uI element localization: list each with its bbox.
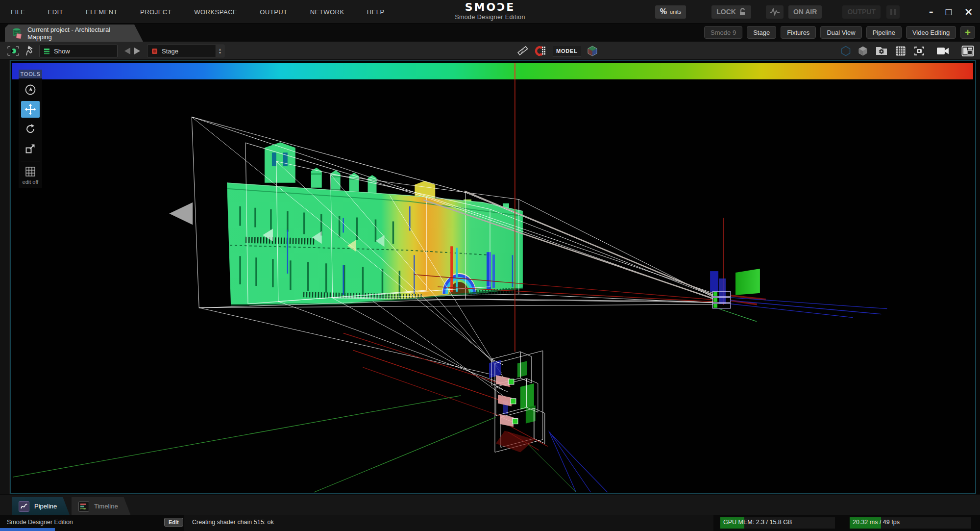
pipeline-icon — [19, 501, 29, 512]
maximize-button[interactable]: □ — [945, 8, 952, 16]
hexagon-display-icon[interactable] — [841, 46, 851, 56]
frame-time-text: 20.32 ms / 49 fps — [853, 519, 900, 526]
workspace-pipeline-button[interactable]: Pipeline — [866, 26, 902, 39]
rotate-icon — [24, 123, 36, 135]
timeline-tab-label: Timeline — [94, 503, 118, 510]
workspace-dualview-button[interactable]: Dual View — [820, 26, 861, 39]
stage-selector-value: Stage — [162, 48, 178, 55]
stage-icon — [151, 48, 158, 54]
stage-spinner[interactable]: ▲▼ — [216, 45, 224, 57]
workspace-buttons: Smode 9 Stage Fixtures Dual View Pipelin… — [704, 26, 975, 39]
grid-view-icon[interactable] — [895, 46, 906, 56]
workspace-stage-button[interactable]: Stage — [747, 26, 776, 39]
menu-element[interactable]: ELEMENT — [86, 8, 118, 16]
tool-move[interactable] — [21, 101, 40, 118]
camera-view-icon[interactable] — [913, 46, 925, 56]
building-pointcloud[interactable] — [227, 142, 523, 304]
spectrum-gradient-bar[interactable] — [12, 63, 973, 79]
grid-edit-icon — [25, 166, 36, 177]
menu-help[interactable]: HELP — [367, 8, 385, 16]
project-icon — [12, 27, 23, 39]
signal-monitor-button[interactable] — [766, 5, 784, 19]
app-logo: SMOƆE Smode Designer Edition — [412, 1, 568, 21]
projector-cluster-bottom[interactable] — [489, 351, 548, 452]
blue-throw-lines-right — [731, 298, 887, 318]
units-button[interactable]: % units — [655, 5, 686, 19]
minimize-button[interactable]: – — [929, 8, 933, 16]
snap-magnet-icon[interactable] — [534, 45, 547, 57]
video-camera-icon[interactable] — [936, 46, 949, 56]
layout-panels-icon[interactable] — [961, 45, 974, 57]
smode-app-window: FILE EDIT ELEMENT PROJECT WORKSPACE OUTP… — [0, 0, 980, 531]
camera-gizmo-arrow[interactable] — [169, 202, 193, 225]
history-navigation — [124, 48, 140, 54]
pause-button[interactable] — [886, 5, 900, 19]
ground-grid-lines — [13, 396, 576, 492]
edit-mode-badge[interactable]: Edit — [164, 518, 183, 527]
title-bar: FILE EDIT ELEMENT PROJECT WORKSPACE OUTP… — [0, 0, 980, 24]
on-air-button[interactable]: ON AIR — [788, 5, 822, 19]
frame-time-meter: 20.32 ms / 49 fps — [850, 517, 971, 529]
blue-throw-lines-bottom — [549, 431, 608, 492]
edit-off-label: edit off — [23, 179, 39, 186]
workspace-smode9-button[interactable]: Smode 9 — [704, 26, 742, 39]
measure-tool-icon[interactable] — [516, 45, 528, 57]
tool-navigate[interactable] — [21, 81, 40, 98]
add-workspace-button[interactable]: + — [960, 26, 975, 39]
stage-settings-icon[interactable] — [875, 45, 888, 57]
stage-3d-viewport[interactable]: TOOLS — [10, 60, 976, 494]
close-button[interactable]: × — [964, 6, 973, 17]
waveform-icon — [769, 8, 780, 16]
tab-timeline[interactable]: Timeline — [72, 497, 131, 515]
compass-icon — [24, 84, 36, 96]
menu-workspace[interactable]: WORKSPACE — [194, 8, 237, 16]
left-dock-strip — [0, 60, 10, 494]
projector-stack-right[interactable] — [710, 269, 760, 322]
menu-output[interactable]: OUTPUT — [260, 8, 287, 16]
tool-scale[interactable] — [21, 140, 40, 157]
output-label: OUTPUT — [847, 8, 876, 16]
pin-icon[interactable] — [24, 45, 34, 57]
back-arrow-button[interactable] — [124, 48, 130, 54]
model-cube-icon[interactable] — [587, 45, 598, 57]
project-tab-bar: Current project - Architectural Mapping … — [0, 24, 980, 42]
tab-pipeline[interactable]: Pipeline — [12, 497, 70, 515]
tool-grid-edit[interactable] — [21, 165, 40, 178]
lock-label: LOCK — [716, 8, 736, 16]
percent-icon: % — [660, 7, 667, 16]
window-controls: – □ × — [929, 6, 973, 17]
cube-display-icon[interactable] — [858, 46, 868, 56]
stage-selector[interactable]: Stage ▲▼ — [147, 45, 224, 57]
timeline-icon — [78, 501, 89, 512]
tool-rotate[interactable] — [21, 121, 40, 137]
bottom-panel-tabbar: Pipeline Timeline — [0, 494, 980, 515]
workspace-fixtures-button[interactable]: Fixtures — [781, 26, 816, 39]
lock-button[interactable]: LOCK — [711, 5, 751, 19]
padlock-open-icon — [739, 8, 746, 16]
workspace-videoediting-button[interactable]: Video Editing — [906, 26, 956, 39]
titlebar-controls: % units LOCK ON AIR OUTPUT — [655, 0, 973, 24]
tools-palette-header: TOOLS — [19, 70, 42, 78]
tools-divider — [21, 161, 40, 161]
statusbar-app-name: Smode Designer Edition — [7, 519, 73, 526]
menu-project[interactable]: PROJECT — [140, 8, 172, 16]
pipeline-tab-label: Pipeline — [34, 503, 57, 510]
menu-network[interactable]: NETWORK — [310, 8, 344, 16]
model-mode-button[interactable]: MODEL — [553, 46, 581, 56]
menu-file[interactable]: FILE — [11, 8, 25, 16]
selection-mode-icon[interactable] — [7, 46, 20, 56]
logo-text: SMOƆE — [412, 1, 568, 13]
logo-subtitle: Smode Designer Edition — [412, 14, 568, 21]
taskbar-sliver — [0, 528, 55, 531]
forward-arrow-button[interactable] — [134, 48, 140, 54]
tools-palette: TOOLS — [14, 70, 42, 188]
show-selector[interactable]: Show — [39, 45, 118, 57]
menu-edit[interactable]: EDIT — [48, 8, 63, 16]
tab-current-project[interactable]: Current project - Architectural Mapping — [5, 25, 143, 42]
gpu-meter-text: GPU MEM: 2.3 / 15.8 GB — [723, 519, 792, 526]
output-button[interactable]: OUTPUT — [842, 5, 881, 19]
units-label: units — [670, 9, 681, 15]
status-bar: Smode Designer Edition Edit Creating sha… — [0, 515, 980, 531]
viewport-toolbar: Show Stage ▲▼ — [0, 42, 980, 60]
show-selector-value: Show — [54, 48, 70, 55]
